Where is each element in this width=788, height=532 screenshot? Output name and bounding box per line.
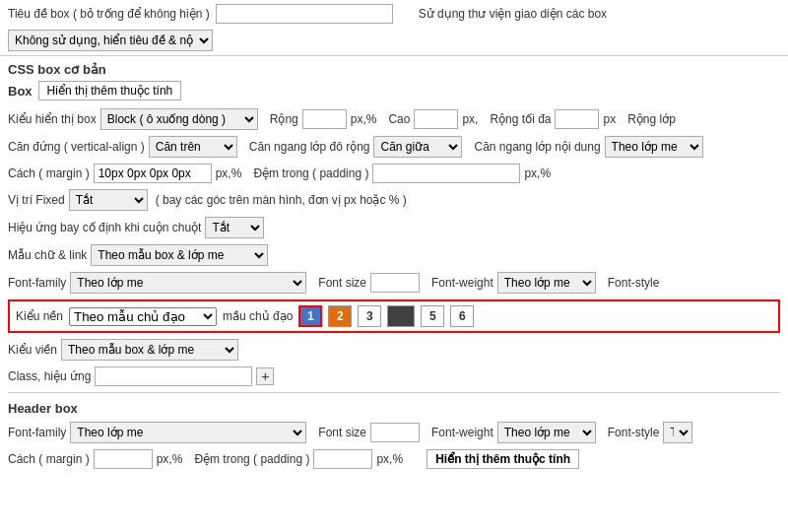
btn-show-attrs[interactable]: Hiển thị thêm thuộc tính xyxy=(38,81,182,100)
header-input-font-size[interactable] xyxy=(370,423,420,442)
label-kieu-hien-thi: Kiểu hiển thị box xyxy=(8,112,97,126)
unit-cao: px, xyxy=(462,112,478,126)
header-box-title: Header box xyxy=(8,401,780,416)
header-label-font-family: Font-family xyxy=(8,426,66,439)
input-cao[interactable] xyxy=(414,109,458,129)
select-kieu-vien[interactable]: Theo mẫu box & lớp me xyxy=(61,339,238,361)
input-class-hieu-ung[interactable] xyxy=(95,366,252,386)
header-label-font-style: Font-style xyxy=(608,426,660,439)
label-rong-lop: Rộng lớp xyxy=(627,112,676,126)
header-row-cach: Cách ( margin ) px,% Đệm trong ( padding… xyxy=(8,449,780,469)
select-kieu-nen[interactable]: Theo mẫu chủ đạo xyxy=(69,307,217,326)
css-box-section: Box Hiển thị thêm thuộc tính Kiểu hiển t… xyxy=(0,81,788,483)
label-can-dung: Căn đứng ( vertical-align ) xyxy=(8,140,145,154)
row-font: Font-family Theo lớp me Font size Font-w… xyxy=(8,272,780,294)
section-title: CSS box cơ bản xyxy=(0,56,788,81)
color-swatch-3[interactable]: 3 xyxy=(358,305,381,327)
header-select-font-family[interactable]: Theo lớp me xyxy=(70,422,306,443)
label-rong-toi-da: Rộng tối đa xyxy=(490,112,551,126)
input-rong[interactable] xyxy=(302,109,347,129)
header-input-dem-trong[interactable] xyxy=(313,449,372,469)
select-hieu-ung[interactable]: Tắt xyxy=(205,217,264,238)
header-row-font: Font-family Theo lớp me Font size Font-w… xyxy=(8,422,780,443)
select-font-weight[interactable]: Theo lớp me xyxy=(497,272,596,294)
header-unit-dem-trong: px,% xyxy=(376,452,403,466)
label-su-dung: Sử dụng thư viện giao diện các box xyxy=(419,7,607,21)
label-mau-chu-dao: mầu chủ đạo xyxy=(223,309,293,323)
label-kieu-nen: Kiểu nền xyxy=(16,309,63,323)
box-label: Box xyxy=(8,84,33,99)
label-cach: Cách ( margin ) xyxy=(8,166,90,180)
top-bar: Tiêu đề box ( bỏ trống để không hiện ) S… xyxy=(0,0,788,56)
select-su-dung[interactable]: Không sử dụng, hiển tiêu đề & nộ xyxy=(8,30,213,51)
color-swatch-2[interactable]: 2 xyxy=(328,305,352,327)
label-cao: Cao xyxy=(388,112,410,126)
note-vi-tri: ( bay các góc trên màn hình, đơn vị px h… xyxy=(156,193,407,207)
header-label-font-size: Font size xyxy=(318,426,366,439)
input-font-size[interactable] xyxy=(370,273,420,293)
unit-rong: px,% xyxy=(351,112,377,126)
row-mau-chu-link: Mẫu chữ & link Theo mẫu box & lớp me xyxy=(8,244,780,266)
label-font-size: Font size xyxy=(318,276,366,290)
input-cach[interactable] xyxy=(94,164,212,183)
header-label-cach: Cách ( margin ) xyxy=(8,452,90,466)
unit-dem-trong: px,% xyxy=(524,166,551,180)
row-cach-margin: Cách ( margin ) px,% Đệm trong ( padding… xyxy=(8,164,780,183)
label-can-ngang-do-rong: Căn ngang lớp đô rộng xyxy=(249,140,370,154)
label-tieu-de: Tiêu đề box ( bỏ trống để không hiện ) xyxy=(8,7,210,21)
row-kieu-hien-thi: Kiểu hiển thị box Block ( ô xuống dòng )… xyxy=(8,108,780,130)
color-swatch-5[interactable]: 5 xyxy=(421,305,444,327)
select-can-ngang-noi-dung[interactable]: Theo lớp me xyxy=(605,136,703,158)
color-swatch-4[interactable] xyxy=(387,305,415,327)
label-dem-trong: Đệm trong ( padding ) xyxy=(253,166,368,180)
label-font-family: Font-family xyxy=(8,276,66,290)
label-font-style: Font-style xyxy=(608,276,660,290)
header-unit-cach: px,% xyxy=(157,452,183,466)
header-btn-show-attrs[interactable]: Hiển thị thêm thuộc tính xyxy=(427,449,579,469)
select-vi-tri[interactable]: Tắt xyxy=(69,189,148,211)
header-input-cach[interactable] xyxy=(94,449,153,469)
header-select-font-weight[interactable]: Theo lớp me xyxy=(497,422,596,443)
select-kieu-hien-thi[interactable]: Block ( ô xuống dòng ) xyxy=(100,108,258,130)
select-font-family[interactable]: Theo lớp me xyxy=(70,272,306,294)
add-icon[interactable]: + xyxy=(256,367,274,385)
row-can-dung: Căn đứng ( vertical-align ) Căn trên Căn… xyxy=(8,136,780,158)
unit-cach: px,% xyxy=(216,166,242,180)
color-swatch-1[interactable]: 1 xyxy=(298,305,322,327)
header-label-dem-trong: Đệm trong ( padding ) xyxy=(194,452,309,466)
row-vi-tri-fixed: Vị trí Fixed Tắt ( bay các góc trên màn … xyxy=(8,189,780,211)
label-mau-chu-link: Mẫu chữ & link xyxy=(8,248,87,262)
header-label-font-weight: Font-weight xyxy=(431,426,493,439)
label-hieu-ung: Hiệu ứng bay cố định khi cuộn chuột xyxy=(8,221,201,234)
select-can-ngang-do-rong[interactable]: Căn giữa xyxy=(373,136,462,158)
color-swatch-6[interactable]: 6 xyxy=(450,305,474,327)
header-select-font-style[interactable]: Th xyxy=(663,422,692,443)
input-rong-toi-da[interactable] xyxy=(555,109,599,129)
label-kieu-vien: Kiểu viền xyxy=(8,343,57,357)
unit-rong-toi-da: px xyxy=(603,112,616,126)
select-mau-chu-link[interactable]: Theo mẫu box & lớp me xyxy=(91,244,268,266)
box-header: Box Hiển thị thêm thuộc tính xyxy=(8,81,780,100)
row-class-hieu-ung: Class, hiệu ứng + xyxy=(8,366,780,386)
label-vi-tri: Vị trí Fixed xyxy=(8,193,65,207)
label-can-ngang-noi-dung: Căn ngang lớp nội dung xyxy=(474,140,600,154)
row-kieu-vien: Kiểu viền Theo mẫu box & lớp me xyxy=(8,339,780,361)
select-can-dung[interactable]: Căn trên xyxy=(149,136,237,158)
input-dem-trong[interactable] xyxy=(372,164,520,183)
row-hieu-ung: Hiệu ứng bay cố định khi cuộn chuột Tắt xyxy=(8,217,780,238)
label-class-hieu-ung: Class, hiệu ứng xyxy=(8,369,91,383)
label-font-weight: Font-weight xyxy=(431,276,493,290)
input-tieu-de[interactable] xyxy=(216,4,393,24)
label-rong: Rộng xyxy=(270,112,298,126)
row-kieu-nen: Kiểu nền Theo mẫu chủ đạo mầu chủ đạo 1 … xyxy=(8,299,780,333)
